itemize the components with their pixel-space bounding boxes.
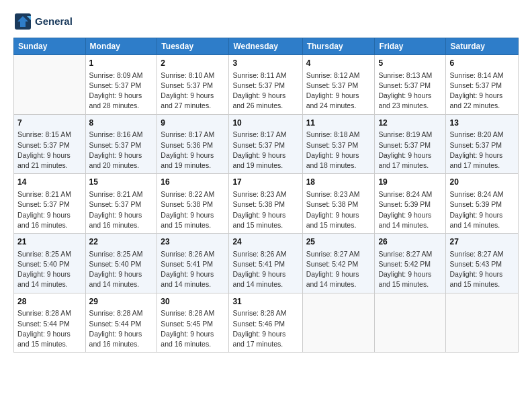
day-info: Sunrise: 8:26 AM Sunset: 5:41 PM Dayligh… [161, 249, 225, 290]
calendar-cell [375, 293, 446, 353]
day-info: Sunrise: 8:28 AM Sunset: 5:46 PM Dayligh… [232, 308, 298, 349]
header: General [13, 12, 519, 31]
calendar-cell: 2Sunrise: 8:10 AM Sunset: 5:37 PM Daylig… [157, 55, 229, 115]
calendar-table: SundayMondayTuesdayWednesdayThursdayFrid… [13, 38, 519, 353]
day-number: 9 [161, 118, 225, 129]
calendar-cell: 19Sunrise: 8:24 AM Sunset: 5:39 PM Dayli… [375, 174, 446, 234]
day-number: 26 [378, 236, 442, 248]
calendar-cell [302, 293, 375, 353]
calendar-cell: 29Sunrise: 8:28 AM Sunset: 5:44 PM Dayli… [85, 293, 157, 353]
day-info: Sunrise: 8:17 AM Sunset: 5:37 PM Dayligh… [232, 130, 298, 171]
header-tuesday: Tuesday [157, 38, 229, 55]
day-number: 20 [449, 177, 515, 188]
day-number: 28 [17, 296, 82, 308]
day-number: 23 [161, 236, 225, 248]
day-number: 6 [449, 58, 515, 69]
day-number: 14 [17, 177, 82, 188]
calendar-cell: 10Sunrise: 8:17 AM Sunset: 5:37 PM Dayli… [229, 114, 302, 174]
calendar-week-row: 28Sunrise: 8:28 AM Sunset: 5:44 PM Dayli… [14, 293, 519, 353]
calendar-header-row: SundayMondayTuesdayWednesdayThursdayFrid… [14, 38, 519, 55]
header-thursday: Thursday [302, 38, 375, 55]
day-number: 3 [232, 58, 298, 69]
day-info: Sunrise: 8:27 AM Sunset: 5:42 PM Dayligh… [378, 249, 442, 290]
day-number: 2 [161, 58, 225, 69]
day-number: 22 [89, 236, 154, 248]
calendar-cell: 13Sunrise: 8:20 AM Sunset: 5:37 PM Dayli… [446, 114, 519, 174]
calendar-cell: 27Sunrise: 8:27 AM Sunset: 5:43 PM Dayli… [446, 234, 519, 293]
day-info: Sunrise: 8:25 AM Sunset: 5:40 PM Dayligh… [17, 249, 82, 290]
calendar-cell: 30Sunrise: 8:28 AM Sunset: 5:45 PM Dayli… [157, 293, 229, 353]
day-number: 8 [89, 118, 154, 129]
header-wednesday: Wednesday [229, 38, 302, 55]
day-info: Sunrise: 8:23 AM Sunset: 5:38 PM Dayligh… [306, 189, 371, 230]
calendar-page: General SundayMondayTuesdayWednesdayThur… [0, 0, 532, 411]
day-number: 7 [17, 118, 82, 129]
calendar-cell: 4Sunrise: 8:12 AM Sunset: 5:37 PM Daylig… [302, 55, 375, 115]
day-number: 1 [89, 58, 154, 69]
day-number: 30 [161, 296, 225, 308]
calendar-cell: 9Sunrise: 8:17 AM Sunset: 5:36 PM Daylig… [157, 114, 229, 174]
day-info: Sunrise: 8:10 AM Sunset: 5:37 PM Dayligh… [161, 71, 225, 111]
calendar-cell: 8Sunrise: 8:16 AM Sunset: 5:37 PM Daylig… [85, 114, 157, 174]
calendar-week-row: 7Sunrise: 8:15 AM Sunset: 5:37 PM Daylig… [14, 114, 519, 174]
calendar-cell: 16Sunrise: 8:22 AM Sunset: 5:38 PM Dayli… [157, 174, 229, 234]
day-number: 10 [232, 118, 298, 129]
day-info: Sunrise: 8:09 AM Sunset: 5:37 PM Dayligh… [89, 71, 154, 111]
day-info: Sunrise: 8:27 AM Sunset: 5:43 PM Dayligh… [449, 249, 515, 290]
calendar-cell: 7Sunrise: 8:15 AM Sunset: 5:37 PM Daylig… [14, 114, 86, 174]
day-number: 13 [449, 118, 515, 129]
day-number: 12 [378, 118, 442, 129]
day-info: Sunrise: 8:15 AM Sunset: 5:37 PM Dayligh… [17, 130, 82, 171]
day-info: Sunrise: 8:21 AM Sunset: 5:37 PM Dayligh… [17, 189, 82, 230]
calendar-cell: 21Sunrise: 8:25 AM Sunset: 5:40 PM Dayli… [14, 234, 86, 293]
day-number: 29 [89, 296, 154, 308]
logo-icon [13, 12, 32, 31]
header-sunday: Sunday [14, 38, 86, 55]
day-info: Sunrise: 8:25 AM Sunset: 5:40 PM Dayligh… [89, 249, 154, 290]
day-info: Sunrise: 8:17 AM Sunset: 5:36 PM Dayligh… [161, 130, 225, 171]
day-info: Sunrise: 8:26 AM Sunset: 5:41 PM Dayligh… [232, 249, 298, 290]
day-number: 17 [232, 177, 298, 188]
day-info: Sunrise: 8:13 AM Sunset: 5:37 PM Dayligh… [378, 71, 442, 111]
day-info: Sunrise: 8:12 AM Sunset: 5:37 PM Dayligh… [306, 71, 371, 111]
day-number: 18 [306, 177, 371, 188]
calendar-cell: 31Sunrise: 8:28 AM Sunset: 5:46 PM Dayli… [229, 293, 302, 353]
calendar-cell: 17Sunrise: 8:23 AM Sunset: 5:38 PM Dayli… [229, 174, 302, 234]
calendar-cell: 23Sunrise: 8:26 AM Sunset: 5:41 PM Dayli… [157, 234, 229, 293]
calendar-cell: 6Sunrise: 8:14 AM Sunset: 5:37 PM Daylig… [446, 55, 519, 115]
logo: General [13, 12, 73, 31]
calendar-cell [446, 293, 519, 353]
day-number: 4 [306, 58, 371, 69]
calendar-cell [14, 55, 86, 115]
day-info: Sunrise: 8:18 AM Sunset: 5:37 PM Dayligh… [306, 130, 371, 171]
day-number: 16 [161, 177, 225, 188]
calendar-cell: 3Sunrise: 8:11 AM Sunset: 5:37 PM Daylig… [229, 55, 302, 115]
day-info: Sunrise: 8:24 AM Sunset: 5:39 PM Dayligh… [378, 189, 442, 230]
calendar-week-row: 14Sunrise: 8:21 AM Sunset: 5:37 PM Dayli… [14, 174, 519, 234]
calendar-cell: 1Sunrise: 8:09 AM Sunset: 5:37 PM Daylig… [85, 55, 157, 115]
day-number: 27 [449, 236, 515, 248]
calendar-cell: 25Sunrise: 8:27 AM Sunset: 5:42 PM Dayli… [302, 234, 375, 293]
day-info: Sunrise: 8:14 AM Sunset: 5:37 PM Dayligh… [449, 71, 515, 111]
day-info: Sunrise: 8:20 AM Sunset: 5:37 PM Dayligh… [449, 130, 515, 171]
day-number: 25 [306, 236, 371, 248]
calendar-cell: 11Sunrise: 8:18 AM Sunset: 5:37 PM Dayli… [302, 114, 375, 174]
day-number: 24 [232, 236, 298, 248]
day-info: Sunrise: 8:27 AM Sunset: 5:42 PM Dayligh… [306, 249, 371, 290]
day-info: Sunrise: 8:11 AM Sunset: 5:37 PM Dayligh… [232, 71, 298, 111]
calendar-cell: 5Sunrise: 8:13 AM Sunset: 5:37 PM Daylig… [375, 55, 446, 115]
logo-text: General [35, 16, 73, 28]
day-number: 11 [306, 118, 371, 129]
header-saturday: Saturday [446, 38, 519, 55]
day-info: Sunrise: 8:16 AM Sunset: 5:37 PM Dayligh… [89, 130, 154, 171]
day-info: Sunrise: 8:28 AM Sunset: 5:45 PM Dayligh… [161, 308, 225, 349]
header-monday: Monday [85, 38, 157, 55]
day-number: 31 [232, 296, 298, 308]
calendar-cell: 12Sunrise: 8:19 AM Sunset: 5:37 PM Dayli… [375, 114, 446, 174]
calendar-week-row: 1Sunrise: 8:09 AM Sunset: 5:37 PM Daylig… [14, 55, 519, 115]
calendar-cell: 22Sunrise: 8:25 AM Sunset: 5:40 PM Dayli… [85, 234, 157, 293]
day-info: Sunrise: 8:24 AM Sunset: 5:39 PM Dayligh… [449, 189, 515, 230]
day-number: 19 [378, 177, 442, 188]
header-friday: Friday [375, 38, 446, 55]
calendar-cell: 24Sunrise: 8:26 AM Sunset: 5:41 PM Dayli… [229, 234, 302, 293]
